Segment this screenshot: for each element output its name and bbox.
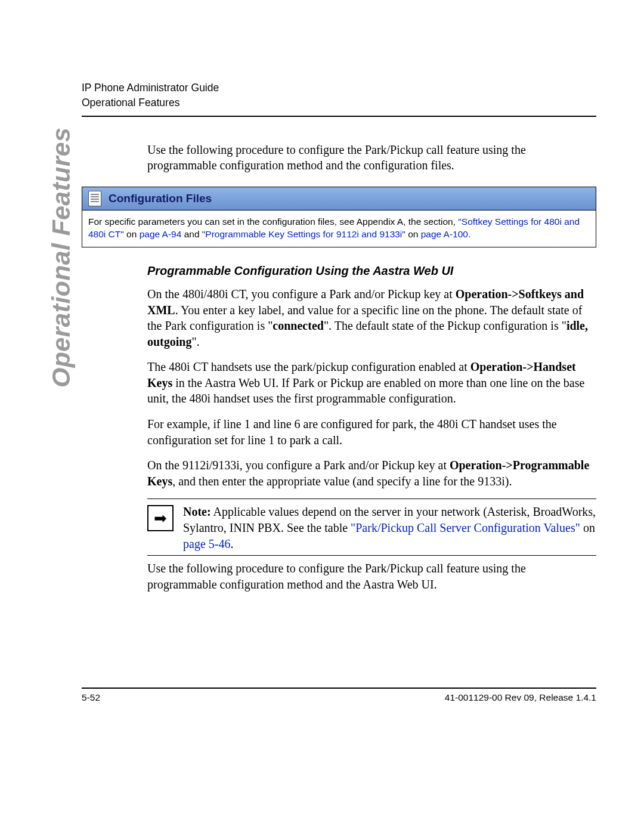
configuration-files-title: Configuration Files: [109, 192, 212, 205]
p1-e: ". The default state of the Pickup confi…: [324, 319, 566, 332]
note-block: ➡ Note: Applicable values depend on the …: [147, 504, 596, 552]
p1-g: ".: [191, 335, 199, 348]
config-tail: .: [468, 229, 470, 239]
park-pickup-values-link[interactable]: "Park/Pickup Call Server Configuration V…: [351, 521, 580, 534]
paragraph-1: On the 480i/480i CT, you configure a Par…: [147, 286, 596, 349]
document-icon: [88, 191, 101, 206]
paragraph-2: The 480i CT handsets use the park/pickup…: [147, 359, 596, 407]
p2-a: The 480i CT handsets use the park/pickup…: [147, 360, 470, 373]
header-line-2: Operational Features: [82, 95, 596, 110]
note-tail: .: [230, 537, 233, 550]
paragraph-5: Use the following procedure to configure…: [147, 561, 596, 592]
footer: 5-52 41-001129-00 Rev 09, Release 1.4.1: [82, 688, 596, 703]
page-number: 5-52: [82, 692, 100, 703]
p4-a: On the 9112i/9133i, you configure a Park…: [147, 459, 450, 472]
on-text-1: on: [124, 229, 140, 239]
on-text-2: on: [405, 229, 421, 239]
subheading: Programmable Configuration Using the Aas…: [147, 264, 596, 278]
page-a94-link[interactable]: page A-94: [140, 229, 182, 239]
doc-revision: 41-001129-00 Rev 09, Release 1.4.1: [445, 692, 596, 703]
configuration-files-body: For specific parameters you can set in t…: [82, 210, 596, 247]
p1-a: On the 480i/480i CT, you configure a Par…: [147, 287, 456, 301]
page-a100-link[interactable]: page A-100: [421, 229, 468, 239]
header-rule: [82, 116, 596, 117]
p2-c: in the Aastra Web UI. If Park or Pickup …: [147, 376, 584, 405]
configuration-files-header: Configuration Files: [82, 187, 596, 210]
note-bottom-rule: [147, 555, 596, 556]
page-5-46-link[interactable]: page 5-46: [183, 537, 230, 550]
config-body-text: For specific parameters you can set in t…: [88, 216, 458, 227]
note-label: Note:: [183, 505, 211, 518]
page: IP Phone Administrator Guide Operational…: [0, 0, 644, 739]
footer-line: 5-52 41-001129-00 Rev 09, Release 1.4.1: [82, 692, 596, 703]
running-header: IP Phone Administrator Guide Operational…: [60, 80, 596, 111]
paragraph-4: On the 9112i/9133i, you configure a Park…: [147, 457, 596, 489]
and-text: and: [181, 229, 202, 239]
programmable-key-settings-link[interactable]: "Programmable Key Settings for 9112i and…: [202, 229, 405, 239]
p1-d: connected: [273, 319, 324, 332]
footer-rule: [82, 688, 596, 689]
header-line-1: IP Phone Administrator Guide: [82, 80, 596, 95]
note-text: Note: Applicable values depend on the se…: [183, 504, 596, 552]
note-top-rule: [147, 498, 596, 499]
paragraph-3: For example, if line 1 and line 6 are co…: [147, 416, 596, 448]
content-area: Use the following procedure to configure…: [82, 142, 596, 593]
p4-c: , and then enter the appropriate value (…: [172, 475, 512, 488]
arrow-right-icon: ➡: [147, 505, 174, 531]
intro-paragraph: Use the following procedure to configure…: [147, 142, 596, 174]
note-on: on: [580, 521, 595, 534]
configuration-files-box: Configuration Files For specific paramet…: [82, 187, 596, 247]
section-side-tab: Operational Features: [47, 128, 76, 388]
